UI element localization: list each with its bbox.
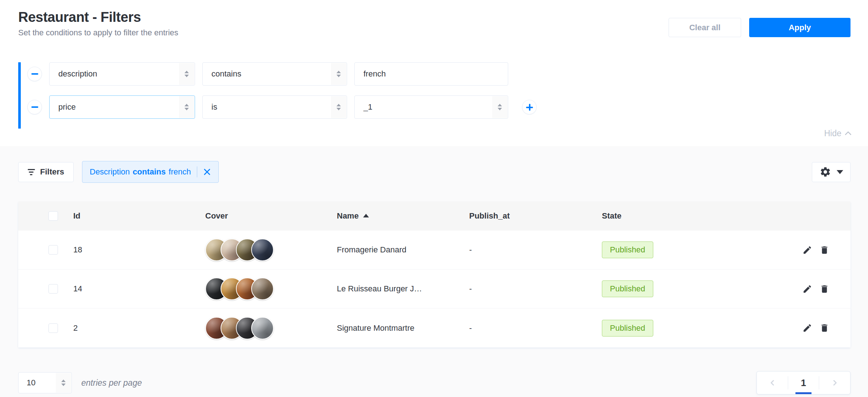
row-checkbox[interactable] — [48, 284, 58, 294]
remove-filter-button[interactable] — [27, 67, 42, 81]
active-filter-tag[interactable]: Description contains french — [82, 161, 219, 183]
filters-button-label: Filters — [40, 167, 64, 177]
filter-operator-select[interactable]: contains — [202, 62, 347, 86]
filter-operator-select[interactable]: is — [202, 95, 347, 119]
delete-button[interactable] — [820, 323, 829, 333]
cover-images — [205, 317, 337, 339]
prev-page-button[interactable] — [757, 372, 788, 394]
remove-filter-tag-button[interactable] — [203, 168, 211, 176]
spinner-arrows-icon — [331, 63, 346, 85]
filter-builder: description contains price is _1 — [18, 62, 851, 138]
state-badge: Published — [602, 241, 653, 258]
current-page[interactable]: 1 — [788, 372, 819, 394]
cover-images — [205, 239, 337, 261]
sort-asc-icon — [363, 214, 369, 217]
row-checkbox[interactable] — [48, 323, 58, 333]
filter-value-input[interactable] — [354, 62, 508, 86]
spinner-arrows-icon — [492, 96, 507, 118]
column-header-cover: Cover — [205, 211, 337, 221]
filter-row: price is _1 — [27, 95, 851, 119]
toolbar: Filters Description contains french — [18, 161, 851, 183]
pencil-icon — [802, 245, 812, 255]
table-header: Id Cover Name Publish_at State — [18, 201, 851, 231]
filter-accent-bar — [18, 62, 21, 129]
tag-operator: contains — [133, 167, 166, 177]
add-filter-button[interactable] — [522, 100, 537, 114]
cell-publish-at: - — [469, 245, 602, 255]
page-header: Restaurant - Filters Set the conditions … — [18, 9, 851, 38]
column-header-name-label: Name — [337, 211, 359, 221]
cover-image — [251, 239, 274, 261]
column-header-state[interactable]: State — [602, 211, 789, 221]
spinner-arrows-icon — [331, 96, 346, 118]
select-value: 10 — [19, 378, 35, 388]
delete-button[interactable] — [820, 245, 829, 255]
apply-button[interactable]: Apply — [749, 18, 851, 37]
cell-name: Le Ruisseau Burger J… — [337, 284, 469, 294]
trash-icon — [820, 284, 829, 294]
pencil-icon — [802, 284, 812, 294]
chevron-down-icon — [837, 170, 843, 174]
cell-id: 2 — [73, 323, 205, 333]
clear-all-button[interactable]: Clear all — [669, 18, 741, 37]
filter-icon — [28, 169, 35, 175]
remove-filter-button[interactable] — [27, 100, 42, 114]
entries-per-page-label: entries per page — [81, 378, 142, 388]
filter-value-select[interactable]: _1 — [354, 95, 508, 119]
edit-button[interactable] — [802, 284, 812, 294]
select-value: _1 — [355, 102, 372, 112]
plus-icon — [526, 104, 533, 111]
edit-button[interactable] — [802, 245, 812, 255]
table-row: 2 Signature Montmartre - Published — [18, 308, 851, 347]
column-header-publish-at[interactable]: Publish_at — [469, 211, 602, 221]
column-header-id[interactable]: Id — [73, 211, 205, 221]
filters-button[interactable]: Filters — [18, 162, 74, 182]
page-size-select[interactable]: 10 — [18, 372, 72, 393]
spinner-arrows-icon — [56, 373, 71, 393]
edit-button[interactable] — [802, 323, 812, 333]
select-value: description — [50, 69, 97, 79]
select-value: contains — [203, 69, 241, 79]
entries-table: Id Cover Name Publish_at State 18 Fromag… — [18, 201, 851, 347]
cell-publish-at: - — [469, 323, 602, 333]
page-title: Restaurant - Filters — [18, 9, 178, 25]
table-row: 18 Fromagerie Danard - Published — [18, 231, 851, 270]
hide-label: Hide — [824, 129, 841, 138]
filter-field-select[interactable]: price — [49, 95, 195, 119]
filter-row: description contains — [27, 62, 851, 86]
state-badge: Published — [602, 320, 653, 337]
trash-icon — [820, 323, 829, 333]
chevron-up-icon — [845, 131, 851, 138]
tag-field: Description — [90, 167, 130, 177]
chevron-right-icon — [830, 378, 839, 387]
cell-id: 18 — [73, 245, 205, 255]
gear-icon — [820, 166, 831, 178]
cell-publish-at: - — [469, 284, 602, 294]
spinner-arrows-icon — [179, 63, 194, 85]
next-page-button[interactable] — [819, 372, 850, 394]
hide-filters-link[interactable]: Hide — [824, 129, 851, 138]
cell-name: Fromagerie Danard — [337, 245, 469, 255]
cell-name: Signature Montmartre — [337, 323, 469, 333]
delete-button[interactable] — [820, 284, 829, 294]
row-checkbox[interactable] — [48, 245, 58, 255]
list-view-section: Filters Description contains french Id C… — [0, 146, 868, 397]
page-subtitle: Set the conditions to apply to filter th… — [18, 28, 178, 38]
state-badge: Published — [602, 280, 653, 297]
spinner-arrows-icon — [179, 96, 194, 118]
column-header-name[interactable]: Name — [337, 211, 469, 221]
tag-value: french — [169, 167, 191, 177]
pencil-icon — [802, 323, 812, 333]
cell-id: 14 — [73, 284, 205, 294]
cover-images — [205, 278, 337, 300]
settings-button[interactable] — [812, 162, 851, 182]
filters-panel: Restaurant - Filters Set the conditions … — [0, 0, 868, 146]
select-value: price — [50, 102, 76, 112]
select-all-checkbox[interactable] — [48, 211, 58, 221]
table-footer: 10 entries per page 1 — [18, 371, 851, 394]
select-value: is — [203, 102, 217, 112]
chevron-left-icon — [768, 378, 777, 387]
filter-field-select[interactable]: description — [49, 62, 195, 86]
pagination: 1 — [756, 371, 851, 394]
table-row: 14 Le Ruisseau Burger J… - Published — [18, 270, 851, 308]
